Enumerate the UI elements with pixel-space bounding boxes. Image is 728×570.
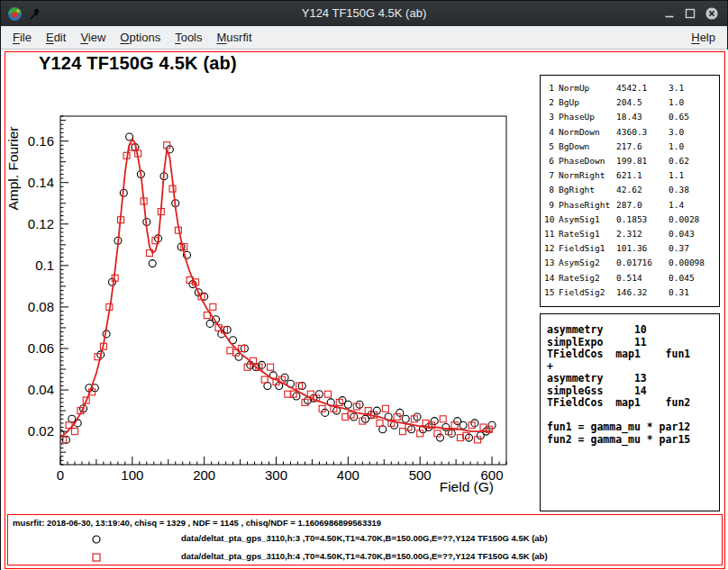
theory-line: fun1 = gamma_mu * par12	[547, 421, 719, 434]
svg-text:400: 400	[337, 467, 359, 483]
close-button[interactable]	[705, 6, 719, 21]
menu-view[interactable]: View	[73, 26, 113, 49]
menu-help[interactable]: Help	[684, 26, 723, 49]
app-icon[interactable]	[7, 6, 23, 22]
legend-label: data/deltat_pta_gps_3110,h:3 ,T0=4.50K,T…	[181, 533, 548, 543]
main-plot-pad[interactable]: 01002003004005006000.020.040.060.080.10.…	[3, 51, 536, 514]
titlebar: Y124 TF150G 4.5K (ab)	[1, 1, 727, 26]
theory-line: fun2 = gamma_mu * par15	[547, 434, 719, 447]
svg-text:0.08: 0.08	[28, 299, 54, 314]
svg-text:0.14: 0.14	[28, 175, 54, 190]
menu-edit[interactable]: Edit	[39, 26, 73, 49]
maximize-button[interactable]	[684, 7, 696, 20]
menu-musrfit[interactable]: Musrfit	[210, 26, 259, 49]
svg-text:0.16: 0.16	[28, 133, 54, 149]
theory-line: simplExpo 11	[547, 337, 719, 349]
fit-stats: musrfit: 2018-06-30, 13:19:40, chisq = 1…	[13, 518, 381, 528]
theory-line: +	[547, 361, 719, 374]
menubar-left: FileEditViewOptionsToolsMusrfit	[5, 26, 259, 49]
fit-curve	[60, 139, 492, 438]
legend-label: data/deltat_pta_gps_3110,h:4 ,T0=4.50K,T…	[181, 551, 548, 561]
param-row: 7NormRight621.11.1	[544, 168, 719, 183]
svg-text:0.02: 0.02	[28, 423, 54, 439]
param-row: 2BgUp204.51.0	[544, 95, 719, 110]
pin-icon[interactable]	[28, 7, 41, 21]
info-pad[interactable]: musrfit: 2018-06-30, 13:19:40, chisq = 1…	[7, 514, 723, 565]
param-row: 12FieldSig1101.360.37	[544, 241, 719, 256]
svg-text:300: 300	[265, 467, 287, 483]
svg-text:0.06: 0.06	[28, 340, 54, 356]
svg-text:500: 500	[409, 467, 432, 483]
svg-text:200: 200	[193, 467, 215, 483]
menu-options[interactable]: Options	[113, 26, 168, 49]
svg-text:100: 100	[121, 467, 143, 483]
theory-line: simpleGss 14	[547, 385, 719, 398]
param-row: 15FieldSig2146.320.31	[544, 285, 719, 300]
root-canvas: Y124 TF150G 4.5K (ab) 010020030040050060…	[1, 50, 728, 570]
param-row: 4NormDown4360.33.0	[544, 125, 719, 140]
svg-text:0.1: 0.1	[35, 258, 54, 273]
legend-square-icon	[91, 550, 102, 566]
param-row: 11RateSig12.3120.043	[544, 227, 719, 241]
plot-frame	[60, 116, 506, 465]
titlebar-icons	[7, 1, 41, 26]
musrview-window: Y124 TF150G 4.5K (ab) FileEditViewOption…	[0, 0, 728, 570]
legend-circle-icon	[91, 532, 102, 548]
parameter-list: 1NormUp4542.13.12BgUp204.51.03PhaseUp18.…	[544, 81, 719, 300]
theory-pad[interactable]: asymmetry 10simplExpo 11TFieldCos map1 f…	[540, 313, 720, 511]
svg-text:0.04: 0.04	[28, 382, 54, 397]
menubar-right: Help	[684, 26, 723, 49]
svg-text:0.12: 0.12	[28, 216, 54, 231]
window-controls	[663, 1, 719, 26]
param-row: 14RateSig20.5140.045	[544, 271, 719, 285]
y-axis-title: Ampl. Fourier	[5, 126, 21, 210]
menu-tools[interactable]: Tools	[168, 26, 209, 49]
theory-line	[547, 410, 719, 422]
param-row: 3PhaseUp18.430.65	[544, 110, 719, 124]
param-row: 5BgDown217.61.0	[544, 140, 719, 154]
minimize-button[interactable]	[663, 7, 676, 20]
param-row: 9PhaseRight287.01.4	[544, 198, 719, 213]
theory-line: asymmetry 13	[547, 373, 719, 385]
svg-text:0: 0	[57, 467, 64, 483]
menu-file[interactable]: File	[5, 26, 39, 49]
menubar: FileEditViewOptionsToolsMusrfit Help	[1, 26, 727, 50]
window-title: Y124 TF150G 4.5K (ab)	[100, 1, 628, 26]
param-row: 10AsymSig10.18530.0028	[544, 213, 719, 227]
param-row: 13AsymSig20.017160.00098	[544, 256, 719, 270]
x-axis-title: Field (G)	[440, 479, 494, 494]
theory-line: TFieldCos map1 fun1	[547, 348, 719, 361]
legend-row: data/deltat_pta_gps_3110,h:4 ,T0=4.50K,T…	[8, 547, 722, 565]
legend-row: data/deltat_pta_gps_3110,h:3 ,T0=4.50K,T…	[8, 529, 722, 547]
parameter-pad[interactable]: 1NormUp4542.13.12BgUp204.51.03PhaseUp18.…	[540, 75, 720, 307]
param-row: 1NormUp4542.13.1	[544, 81, 719, 95]
theory-line: TFieldCos map1 fun2	[547, 397, 719, 410]
theory-line: asymmetry 10	[547, 324, 719, 337]
param-row: 8BgRight42.620.38	[544, 183, 719, 197]
param-row: 6PhaseDown199.810.62	[544, 154, 719, 168]
